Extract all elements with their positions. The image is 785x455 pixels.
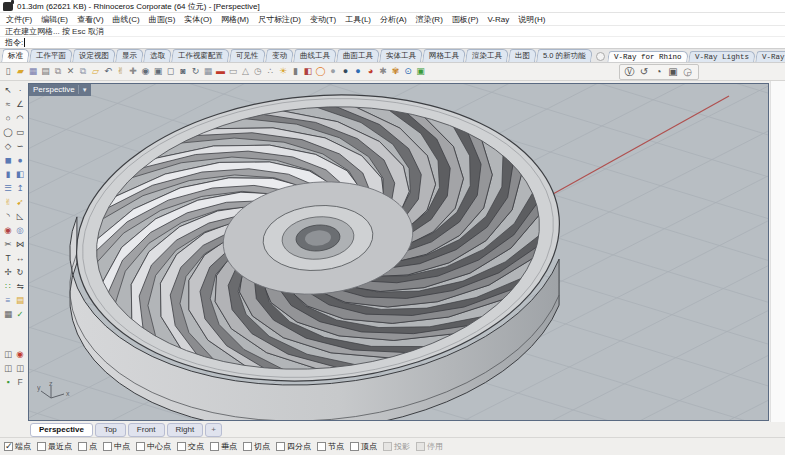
vray-camera-a-icon[interactable]: ◫ bbox=[2, 347, 14, 361]
polyline-icon[interactable]: ∠ bbox=[14, 97, 26, 111]
viewport-tab-front[interactable]: Front bbox=[128, 423, 165, 437]
perspective-viewport[interactable]: Perspective ▼ zxy bbox=[28, 83, 769, 421]
command-input[interactable]: 指令: bbox=[0, 37, 785, 49]
menu-item-12[interactable]: 面板(P) bbox=[452, 14, 479, 25]
toolbar-tab-11[interactable]: 网格工具 bbox=[422, 49, 466, 62]
viewport-title[interactable]: Perspective ▼ bbox=[29, 84, 91, 96]
osnap-toggle-7[interactable]: 切点 bbox=[243, 441, 270, 452]
toolbar-tab-10[interactable]: 实体工具 bbox=[379, 49, 423, 62]
toolbar-tab-5[interactable]: 工作视窗配置 bbox=[171, 49, 230, 62]
menu-item-14[interactable]: 说明(H) bbox=[518, 14, 545, 25]
osnap-toggle-5[interactable]: 交点 bbox=[177, 441, 204, 452]
zoom-dynamic-icon[interactable]: ◻ bbox=[165, 64, 177, 79]
viewport-canvas[interactable] bbox=[29, 84, 768, 420]
solid-sphere-icon[interactable]: ● bbox=[14, 153, 26, 167]
osnap-checkbox[interactable] bbox=[4, 442, 13, 451]
extrude-icon[interactable]: ↥ bbox=[14, 181, 26, 195]
zoom-window-icon[interactable]: ▣ bbox=[152, 64, 164, 79]
vray-tab-1[interactable]: V-Ray Lights bbox=[688, 51, 756, 62]
toolbar-tab-9[interactable]: 曲面工具 bbox=[336, 49, 380, 62]
vray-frame-buffer-icon[interactable]: ◶ bbox=[681, 64, 695, 79]
hide-object-icon[interactable]: ▬ bbox=[215, 64, 227, 79]
menu-item-13[interactable]: V-Ray bbox=[487, 15, 509, 24]
osnap-toggle-6[interactable]: 垂点 bbox=[210, 441, 237, 452]
menu-item-9[interactable]: 工具(L) bbox=[345, 14, 371, 25]
render-tool-icon[interactable]: ◕ bbox=[365, 64, 377, 79]
solid-cylinder-icon[interactable]: ▮ bbox=[2, 167, 14, 181]
delete-icon[interactable]: ✕ bbox=[65, 64, 77, 79]
vray-tab-0[interactable]: V-Ray for Rhino bbox=[607, 51, 688, 62]
fillet-icon[interactable]: ◝ bbox=[2, 209, 14, 223]
grid-snap-icon[interactable]: ▦ bbox=[2, 307, 14, 321]
toolbar-tab-7[interactable]: 变动 bbox=[265, 49, 294, 62]
select-pointer-icon[interactable]: ↖ bbox=[2, 83, 14, 97]
rectangle-icon[interactable]: ▭ bbox=[14, 125, 26, 139]
zoom-icon[interactable]: ◉ bbox=[140, 64, 152, 79]
osnap-extra-1[interactable]: 停用 bbox=[416, 441, 443, 452]
render-sphere-gray-icon[interactable]: ● bbox=[327, 64, 339, 79]
undo-icon[interactable]: ↶ bbox=[102, 64, 114, 79]
viewport-tab-perspective[interactable]: Perspective bbox=[30, 423, 93, 437]
pan-hand-icon[interactable]: ✌ bbox=[115, 64, 127, 79]
toolbar-tab-13[interactable]: 出图 bbox=[508, 49, 537, 62]
toolbar-tab-0[interactable]: 标准 bbox=[1, 49, 30, 62]
boolean-union-icon[interactable]: ◉ bbox=[2, 223, 14, 237]
layers-icon[interactable]: ≡ bbox=[2, 293, 14, 307]
toolbar-tab-overflow-button[interactable] bbox=[596, 52, 605, 61]
vray-render-icon[interactable]: ◔ bbox=[652, 64, 666, 79]
vray-logo-icon[interactable]: Ⓥ bbox=[623, 64, 637, 79]
loft-icon[interactable]: ☰ bbox=[2, 181, 14, 195]
toolbar-tab-3[interactable]: 显示 bbox=[115, 49, 144, 62]
viewport-tab-right[interactable]: Right bbox=[167, 423, 204, 437]
vray-f-icon[interactable]: F bbox=[14, 375, 26, 389]
toolbar-tab-2[interactable]: 设定视图 bbox=[72, 49, 116, 62]
toolbar-tab-12[interactable]: 渲染工具 bbox=[465, 49, 509, 62]
mirror-icon[interactable]: ⇋ bbox=[14, 279, 26, 293]
osnap-toggle-0[interactable]: 端点 bbox=[4, 441, 31, 452]
material-icon[interactable]: ◧ bbox=[302, 64, 314, 79]
menu-item-6[interactable]: 网格(M) bbox=[221, 14, 249, 25]
viewport-tab-top[interactable]: Top bbox=[95, 423, 126, 437]
menu-item-0[interactable]: 文件(F) bbox=[6, 14, 32, 25]
print-icon[interactable]: ▤ bbox=[40, 64, 52, 79]
move-view-icon[interactable]: ✚ bbox=[127, 64, 139, 79]
toolbar-tab-1[interactable]: 工作平面 bbox=[29, 49, 73, 62]
osnap-toggle-3[interactable]: 中点 bbox=[103, 441, 130, 452]
menu-item-5[interactable]: 实体(O) bbox=[184, 14, 212, 25]
zoom-selected-icon[interactable]: ◙ bbox=[177, 64, 189, 79]
osnap-checkbox[interactable] bbox=[317, 442, 326, 451]
osnap-toggle-9[interactable]: 节点 bbox=[317, 441, 344, 452]
menu-item-10[interactable]: 分析(A) bbox=[380, 14, 407, 25]
toolbar-tab-4[interactable]: 选取 bbox=[143, 49, 172, 62]
lock-icon[interactable]: ▮ bbox=[290, 64, 302, 79]
color-wheel-icon[interactable]: ◯ bbox=[315, 64, 327, 79]
copy-icon[interactable]: ⧉ bbox=[77, 64, 89, 79]
chevron-down-icon[interactable]: ▼ bbox=[82, 87, 88, 93]
menu-item-8[interactable]: 变动(T) bbox=[310, 14, 336, 25]
menu-item-7[interactable]: 尺寸标注(D) bbox=[258, 14, 301, 25]
surface-icon[interactable]: ◧ bbox=[14, 167, 26, 181]
circle-icon[interactable]: ○ bbox=[2, 111, 14, 125]
rotate-tool-icon[interactable]: ↻ bbox=[14, 265, 26, 279]
osnap-checkbox[interactable] bbox=[37, 442, 46, 451]
osnap-icon[interactable]: △ bbox=[240, 64, 252, 79]
dimension-icon[interactable]: ↔ bbox=[14, 251, 26, 265]
osnap-checkbox[interactable] bbox=[177, 442, 186, 451]
help-icon[interactable]: ⊙ bbox=[402, 64, 414, 79]
viewport-tab-add[interactable]: + bbox=[205, 423, 222, 437]
open-folder-icon[interactable]: ▰ bbox=[15, 64, 27, 79]
menu-item-4[interactable]: 曲面(S) bbox=[149, 14, 176, 25]
vray-camera-c-icon[interactable]: ◫ bbox=[14, 361, 26, 375]
vray-asset-editor-icon[interactable]: ↺ bbox=[637, 64, 651, 79]
save-icon[interactable]: ▦ bbox=[27, 64, 39, 79]
solid-box-icon[interactable]: ◼ bbox=[2, 153, 14, 167]
osnap-toggle-8[interactable]: 四分点 bbox=[276, 441, 311, 452]
osnap-toggle-10[interactable]: 顶点 bbox=[350, 441, 377, 452]
vray-tab-2[interactable]: V-Ray Objects bbox=[755, 51, 785, 62]
osnap-checkbox[interactable] bbox=[136, 442, 145, 451]
vray-green-icon[interactable]: ▪ bbox=[2, 375, 14, 389]
rotate-view-icon[interactable]: ↻ bbox=[190, 64, 202, 79]
osnap-checkbox[interactable] bbox=[350, 442, 359, 451]
osnap-toggle-1[interactable]: 最近点 bbox=[37, 441, 72, 452]
osnap-checkbox[interactable] bbox=[210, 442, 219, 451]
